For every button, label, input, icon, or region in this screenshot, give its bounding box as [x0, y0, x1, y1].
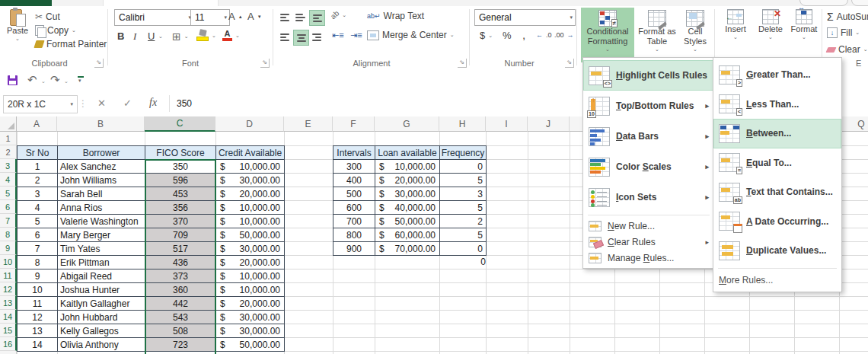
cell[interactable]: 9 — [18, 269, 58, 283]
format-painter-button[interactable]: Format Painter — [35, 39, 107, 49]
home-tab[interactable] — [103, 0, 219, 6]
fill-color-button[interactable]: ⌄ — [196, 30, 216, 41]
redo-icon[interactable]: ↷ — [50, 73, 60, 87]
font-name-combo[interactable]: Calibri▾ — [114, 9, 194, 26]
cell[interactable]: $20,000.00 — [216, 256, 285, 269]
align-right-button[interactable] — [309, 30, 324, 44]
row-header-6[interactable]: 6 — [0, 200, 17, 214]
cut-button[interactable]: ✂ Cut — [35, 11, 60, 22]
column-header-Q[interactable]: Q — [839, 116, 868, 132]
cell[interactable]: Olivia Anthony — [58, 338, 145, 352]
cell[interactable]: 370 — [145, 215, 216, 228]
percent-style-button[interactable]: % — [503, 30, 512, 41]
row-header-1[interactable]: 1 — [0, 132, 17, 145]
cell[interactable]: 900 — [333, 242, 375, 256]
font-color-button[interactable]: A ⌄ — [222, 30, 240, 41]
row-header-3[interactable]: 3 — [0, 159, 17, 173]
undo-icon[interactable]: ↶ — [27, 73, 37, 87]
cell[interactable]: $20,000.00 — [216, 187, 285, 201]
paste-button[interactable]: Paste ⌄ — [3, 8, 32, 42]
column-header-G[interactable]: G — [375, 116, 439, 132]
cell[interactable]: 356 — [145, 201, 216, 215]
cell[interactable]: $60,000.00 — [375, 228, 440, 242]
cell[interactable]: 2 — [440, 215, 487, 228]
cell[interactable]: 10 — [18, 283, 58, 297]
top-align-button[interactable] — [277, 10, 292, 24]
greater-than-menu-item[interactable]: >Greater Than... — [713, 60, 841, 90]
cell[interactable]: 360 — [145, 283, 216, 297]
clipboard-dialog-launcher[interactable]: ⇘ — [94, 59, 104, 68]
cell[interactable]: $40,000.00 — [375, 201, 440, 215]
borders-button[interactable]: ⊞⌄ — [172, 30, 189, 43]
data-bars-menu-item[interactable]: Data Bars▸ — [583, 121, 714, 151]
customize-qat-chevron[interactable]: ▾ — [78, 78, 81, 84]
increase-indent-button[interactable]: ⇥≡ — [350, 30, 362, 40]
cell[interactable]: 14 — [18, 338, 58, 352]
row-header-10[interactable]: 10 — [0, 255, 17, 269]
row-header-7[interactable]: 7 — [0, 214, 17, 228]
delete-cells-button[interactable]: ✕ Delete ⌄ — [754, 9, 787, 40]
cell[interactable]: $30,000.00 — [216, 174, 285, 187]
cell[interactable]: $20,000.00 — [375, 174, 440, 187]
cell[interactable]: $10,000.00 — [216, 160, 285, 174]
cell[interactable]: 12 — [18, 311, 58, 324]
wrap-text-button[interactable]: ab↵ Wrap Text — [367, 11, 424, 21]
cell[interactable]: $50,000.00 — [216, 338, 285, 352]
less-than-menu-item[interactable]: <Less Than... — [713, 90, 841, 120]
cell[interactable]: $30,000.00 — [375, 187, 440, 201]
column-header-C[interactable]: C — [145, 116, 215, 132]
cell[interactable]: Anna Rios — [58, 201, 145, 215]
cell[interactable]: 723 — [145, 338, 216, 352]
cell[interactable]: 453 — [145, 187, 216, 201]
cell[interactable]: $10,000.00 — [216, 201, 285, 215]
cancel-icon[interactable]: ✕ — [97, 97, 106, 109]
color-scales-menu-item[interactable]: Color Scales▸ — [583, 151, 714, 182]
row-header-11[interactable]: 11 — [0, 269, 17, 282]
column-header-I[interactable]: I — [486, 116, 528, 132]
comma-style-button[interactable]: , — [522, 28, 525, 41]
column-header-H[interactable]: H — [439, 116, 486, 132]
row-header-16[interactable]: 16 — [0, 337, 17, 351]
cell[interactable]: Joshua Hunter — [58, 283, 145, 297]
name-box-chevron[interactable]: ▾ — [70, 101, 73, 107]
cell[interactable]: 3 — [440, 187, 487, 201]
copy-button[interactable]: Copy ⌄ — [35, 25, 76, 36]
undo-chevron[interactable]: ⌄ — [41, 78, 46, 85]
cell[interactable]: 442 — [145, 297, 216, 311]
cell[interactable]: 508 — [145, 324, 216, 338]
cell[interactable]: 543 — [145, 311, 216, 324]
cell[interactable]: 1 — [18, 160, 58, 174]
row-header-13[interactable]: 13 — [0, 296, 17, 310]
cell[interactable]: $50,000.00 — [375, 215, 440, 228]
cell[interactable]: 7 — [18, 242, 58, 256]
clear-rules-menu-item[interactable]: Clear Rules▸ — [583, 234, 714, 250]
cell[interactable]: 8 — [18, 256, 58, 269]
cell[interactable]: 400 — [333, 174, 375, 187]
cell[interactable]: 2 — [18, 174, 58, 187]
text-that-contains-menu-item[interactable]: abText that Contains... — [713, 177, 841, 207]
format-cells-button[interactable]: ↔ Format ⌄ — [787, 9, 821, 40]
cell[interactable]: 500 — [333, 187, 375, 201]
cell[interactable]: 4 — [18, 201, 58, 215]
equal-to-menu-item[interactable]: =Equal To... — [713, 148, 841, 178]
cell[interactable]: 350 — [145, 160, 216, 174]
clear-button[interactable]: Clear ⌄ — [827, 44, 868, 55]
row-header-15[interactable]: 15 — [0, 324, 17, 337]
cell[interactable]: Kaitlyn Gallagher — [58, 297, 145, 311]
cell[interactable]: 5 — [18, 215, 58, 228]
top-bottom-rules-menu-item[interactable]: ↑10Top/Bottom Rules▸ — [583, 91, 714, 121]
underline-options-chevron[interactable]: ⌄ — [158, 33, 163, 40]
column-header-B[interactable]: B — [57, 116, 145, 132]
cell[interactable]: Sarah Bell — [58, 187, 145, 201]
underline-button[interactable]: U — [148, 30, 155, 42]
select-all-corner[interactable] — [0, 116, 17, 132]
duplicate-values-menu-item[interactable]: Duplicate Values... — [713, 236, 841, 266]
cell[interactable]: Kelly Gallegos — [58, 324, 145, 338]
enter-icon[interactable]: ✓ — [123, 97, 132, 109]
cell[interactable]: $50,000.00 — [216, 228, 285, 242]
decrease-font-size-button[interactable]: A▼ — [247, 11, 262, 22]
fx-icon[interactable]: fx — [149, 97, 157, 109]
cell[interactable]: 300 — [333, 160, 375, 174]
number-dialog-launcher[interactable]: ⇘ — [565, 59, 574, 68]
fill-button[interactable]: ↓ Fill ⌄ — [827, 27, 860, 38]
